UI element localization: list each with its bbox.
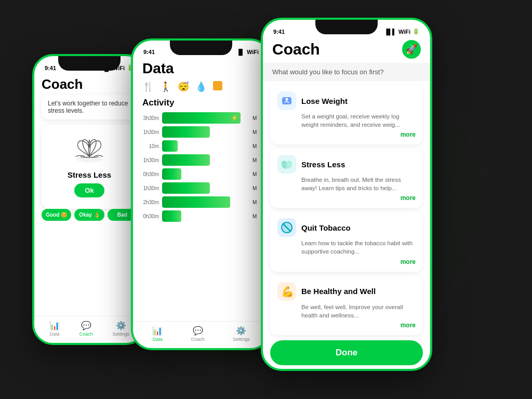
time-mid: 9:41 [143, 49, 155, 55]
status-icons-right: ▐▌▌ WiFi 🔋 [384, 28, 420, 35]
bar-side-3: M [252, 157, 260, 163]
goal-card-header-2: Quit Tobacco [277, 218, 416, 237]
ok-button[interactable]: Ok [74, 183, 104, 197]
more-link-2[interactable]: more [277, 258, 416, 265]
bar-row-3: 1h30m M [142, 154, 260, 166]
bar-side-4: M [252, 171, 260, 177]
time-right: 9:41 [273, 29, 285, 35]
goal-title-1: Stress Less [301, 160, 345, 169]
goal-desc-0: Set a weight goal, receive weekly log we… [301, 112, 416, 129]
settings-nav-label: Settings [113, 331, 130, 337]
nav-settings-mid[interactable]: ⚙️ Settings [233, 326, 250, 342]
goal-card-0[interactable]: Lose Weight Set a weight goal, receive w… [270, 85, 423, 144]
bar-side-5: M [252, 185, 260, 191]
bar-side-0: M [252, 115, 260, 121]
notch-right [315, 20, 378, 34]
tab-food[interactable]: 🍴 [142, 81, 154, 92]
bar-row-2: 10m M [142, 140, 260, 152]
bar-fill-5 [162, 182, 210, 194]
nav-data-left[interactable]: 📊 Data [49, 321, 60, 337]
goal-desc-2: Learn how to tackle the tobacco habit wi… [301, 239, 416, 256]
bar-label-7: 0h30m [142, 214, 159, 219]
bar-fill-4 [162, 168, 181, 180]
goal-card-header-3: 💪 Be Healthy and Well [277, 282, 416, 301]
goal-card-header-1: Stress Less [277, 155, 416, 174]
bar-row-6: 2h30m M [142, 196, 260, 208]
time-left: 9:41 [45, 65, 56, 71]
goal-card-3[interactable]: 💪 Be Healthy and Well Be well, feel well… [270, 276, 423, 335]
bottom-nav-mid: 📊 Data 💬 Coach ⚙️ Settings [133, 321, 269, 348]
okay-mood-btn[interactable]: Okay 👌 [74, 209, 104, 221]
goal-title-3: Be Healthy and Well [301, 287, 376, 296]
lose-weight-icon [277, 91, 296, 110]
bar-fill-1 [162, 126, 210, 138]
be-healthy-icon: 💪 [277, 282, 296, 301]
bar-container-3 [162, 154, 249, 166]
svg-point-2 [286, 98, 288, 101]
bar-label-2: 10m [142, 143, 159, 149]
settings-label-mid: Settings [233, 337, 250, 342]
signal-icon-right: ▐▌▌ [384, 29, 396, 35]
goal-title-2: Quit Tobacco [301, 223, 351, 232]
coach-title-left: Coach [34, 73, 144, 95]
bar-label-3: 1h30m [142, 157, 159, 163]
more-link-0[interactable]: more [277, 131, 416, 138]
bar-row-4: 0h30m M [142, 168, 260, 180]
goal-desc-1: Breathe in, breath out. Melt the stress … [301, 176, 416, 192]
more-link-1[interactable]: more [277, 194, 416, 202]
quit-tobacco-icon [277, 218, 296, 237]
nav-settings-left[interactable]: ⚙️ Settings [113, 321, 130, 337]
data-tabs: 🍴 🚶 😴 💧 [133, 81, 269, 98]
stress-message: Let's work together to reduce stress lev… [42, 95, 137, 119]
bar-container-5 [162, 182, 249, 194]
status-icons-mid: ▐▌ WiFi [236, 49, 259, 55]
tab-sleep[interactable]: 😴 [178, 81, 189, 92]
goal-desc-3: Be well, feel well. Improve your overall… [301, 303, 416, 320]
nav-coach-left[interactable]: 💬 Coach [79, 321, 93, 337]
stress-less-icon [277, 155, 296, 174]
data-title: Data [133, 57, 269, 81]
bar-container-2 [162, 140, 249, 152]
bar-row-5: 1h30m M [142, 182, 260, 194]
nav-coach-mid[interactable]: 💬 Coach [191, 326, 205, 342]
data-icon-mid: 📊 [152, 326, 163, 336]
more-link-3[interactable]: more [277, 322, 416, 329]
bottom-nav-left: 📊 Data 💬 Coach ⚙️ Settings [34, 316, 144, 343]
tab-other[interactable] [213, 81, 222, 90]
wifi-icon-right: WiFi [398, 29, 410, 35]
stress-card: Stress Less Ok [42, 125, 137, 209]
stress-card-title: Stress Less [48, 170, 131, 179]
good-mood-btn[interactable]: Good 😊 [42, 209, 71, 221]
mood-row: Good 😊 Okay 👌 Bad [42, 209, 137, 221]
rocket-button[interactable]: 🚀 [402, 40, 421, 59]
lotus-icon [71, 133, 108, 164]
goal-card-1[interactable]: Stress Less Breathe in, breath out. Melt… [270, 149, 423, 208]
tab-walk[interactable]: 🚶 [160, 81, 171, 92]
coach-title-right: Coach [272, 41, 320, 58]
notch-mid [170, 41, 232, 55]
nav-data-mid[interactable]: 📊 Data [152, 326, 163, 342]
coach-icon-mid: 💬 [193, 326, 203, 336]
data-nav-label: Data [49, 331, 59, 337]
bar-row-0: 3h30m M [142, 112, 260, 124]
coach-nav-label: Coach [79, 331, 93, 337]
bar-container-6 [162, 196, 249, 208]
activity-section: Activity 3h30m M 1h30m M 10m [133, 98, 269, 222]
signal-icon-mid: ▐▌ [236, 49, 245, 55]
coach-header-right: Coach 🚀 [263, 37, 430, 63]
coach-nav-icon: 💬 [81, 321, 91, 330]
bar-label-6: 2h30m [142, 200, 159, 205]
phone-right: 9:41 ▐▌▌ WiFi 🔋 Coach 🚀 What would you l… [261, 18, 432, 371]
goal-card-2[interactable]: Quit Tobacco Learn how to tackle the tob… [270, 212, 423, 271]
notch-left [58, 56, 121, 71]
tab-water[interactable]: 💧 [195, 81, 207, 92]
done-button[interactable]: Done [270, 340, 423, 365]
bar-container-7 [162, 210, 249, 222]
bar-side-1: M [252, 129, 260, 135]
battery-icon-right: 🔋 [413, 28, 420, 35]
svg-text:💪: 💪 [281, 285, 294, 298]
data-nav-icon: 📊 [49, 321, 60, 330]
bar-fill-7 [162, 210, 181, 222]
bar-fill-3 [162, 154, 210, 166]
phone-mid: 9:41 ▐▌ WiFi Data 🍴 🚶 😴 💧 Activity 3h30m… [131, 38, 271, 350]
